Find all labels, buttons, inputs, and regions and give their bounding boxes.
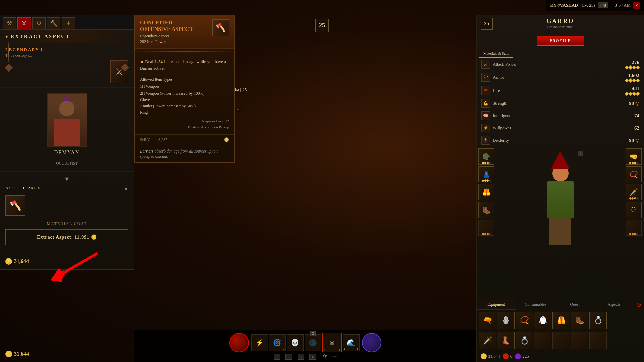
eq-grid-row1: 🔫 🪬 📿 🥼 🦺 🥾 💍 <box>477 310 644 330</box>
eq-slot-6[interactable]: 🥾 <box>571 312 588 329</box>
aspect-item-slot[interactable]: 🪓 <box>5 195 25 216</box>
extract-aspect-button[interactable]: Extract Aspect: 11,991 🪙 <box>5 229 128 245</box>
slot-boots[interactable]: 🥾 <box>478 202 494 218</box>
char-delete-button[interactable]: × <box>578 151 583 156</box>
secondary-skill-key: 1 <box>357 347 358 350</box>
map-icon[interactable]: 🗺 <box>323 354 327 359</box>
secondary-skill-icon: 🌊 <box>347 339 355 347</box>
char-legs <box>549 218 571 245</box>
eq-slot-7[interactable]: 💍 <box>589 312 607 329</box>
hotkeys-row: 1 2 3 4 🗺 ☰ <box>274 354 337 360</box>
dexterity-value: 90 <box>629 138 634 143</box>
ornament-line-r <box>125 42 125 62</box>
eq-slot-3[interactable]: 📿 <box>516 312 533 329</box>
slot-helmet[interactable]: 🪖 <box>478 148 494 165</box>
slot-weapon-main[interactable]: 🗡️ <box>626 184 642 200</box>
skill-3-icon: 💀 <box>291 339 299 347</box>
tooltip-sell-row: Sell Value: 8,287 🪙 <box>135 134 234 145</box>
item-tooltip: CONCEITED OFFENSIVE ASPECT Legendary Asp… <box>134 15 235 163</box>
tooltip-item-power: 282 Item Power <box>140 39 193 44</box>
npc-portrait <box>47 93 87 147</box>
char-hood <box>550 150 571 169</box>
dexterity-value-area: 90 ◎ <box>629 138 639 143</box>
life-icon: ❤ <box>481 86 490 95</box>
skill-slot-2[interactable]: 🌀 2 <box>269 334 286 351</box>
star-icon: ★ <box>140 59 144 64</box>
slot-offhand[interactable]: 🛡 <box>626 202 642 218</box>
attack-power-icon: ⚔ <box>481 60 490 69</box>
tab-tool-5[interactable]: ✦ <box>62 17 75 29</box>
skill-slot-1[interactable]: ⚡ <box>251 334 268 351</box>
secondary-skill-count: 1 <box>344 347 346 350</box>
down-arrow2-icon: ▼ <box>124 187 128 192</box>
ornament-line <box>8 42 9 62</box>
a-dot4 <box>636 78 640 83</box>
tooltip-item-type: Legendary Aspect <box>140 34 193 39</box>
slot-chest[interactable]: 👗 <box>478 166 494 182</box>
sell-gold-icon: 🪙 <box>224 137 229 142</box>
skill-bar: ⚡ 🌀 2 💀 🌑 Q ☠ 1 1 🌊 1 1 <box>229 333 381 352</box>
tab-materials-stats[interactable]: Materials & Stats <box>479 50 513 58</box>
eq-settings-icon[interactable]: ⊖ <box>634 300 644 310</box>
skill-slot-q[interactable]: 🌑 <box>305 334 321 351</box>
binds-label: Binds to Account on Pickup <box>140 124 229 130</box>
eq-tab-quest[interactable]: Quest <box>555 300 594 310</box>
wg4 <box>636 197 638 200</box>
eq-slot-4[interactable]: 🥼 <box>534 312 551 329</box>
eq-slot-14-empty[interactable] <box>589 332 607 349</box>
tab-tool-3[interactable]: ⚙ <box>32 17 46 29</box>
eq-slot-9[interactable]: 👢 <box>497 332 515 349</box>
eq-slot-11-empty[interactable] <box>534 332 551 349</box>
eq-slot-5[interactable]: 🦺 <box>552 312 570 329</box>
tooltip-allowed-label: Allowed Item Types: <box>140 77 229 82</box>
eq-slot-8[interactable]: 🗡️ <box>479 332 496 349</box>
aspect-preview: ▼ ASPECT PREV ▼ 🪓 <box>0 172 134 220</box>
eq-slot-13-empty[interactable] <box>571 332 588 349</box>
eq-tab-equipment[interactable]: Equipment <box>477 300 516 310</box>
stats-section: ⚔ Attack Power 276 🛡 Armor 1,602 <box>477 58 644 147</box>
close-button[interactable]: × <box>633 2 640 9</box>
eq-slot-12-empty[interactable] <box>552 332 570 349</box>
bottom-bar: ⚡ 🌀 2 💀 🌑 Q ☠ 1 1 🌊 1 1 <box>134 330 476 362</box>
aspect-preview-row: ASPECT PREV ▼ <box>5 185 128 193</box>
effect-highlight: 24% <box>154 59 163 64</box>
tooltip-header: CONCEITED OFFENSIVE ASPECT Legendary Asp… <box>135 15 234 49</box>
gem4 <box>488 162 491 164</box>
char-center: × <box>497 147 624 300</box>
skill-slot-main[interactable]: ☠ 1 1 <box>322 333 342 352</box>
hotkey-3: 3 <box>298 354 304 360</box>
rp-header: 25 GARRO Seasoned Maniac <box>477 15 644 32</box>
hotkey-2: 2 <box>285 354 292 360</box>
panel-title: EXTRACT ASPECT <box>11 34 70 39</box>
tab-tool-1[interactable]: ⚒ <box>3 17 16 29</box>
eq-slot-10[interactable]: 💍 <box>516 332 533 349</box>
rp-title-center: GARRO Seasoned Maniac <box>482 18 639 29</box>
slot-gloves[interactable]: 🤜 <box>626 148 642 165</box>
eq-tab-consumables[interactable]: Consumables <box>516 300 555 310</box>
eq-tab-aspects[interactable]: Aspects <box>594 300 634 310</box>
or4 <box>488 233 491 235</box>
main-skill-count: 1 <box>324 348 325 352</box>
chest-gems <box>482 180 491 182</box>
bottom-gold-display: 31,644 <box>5 351 29 357</box>
title-diamond: ◆ <box>5 35 8 38</box>
slot-ring2[interactable] <box>626 220 642 236</box>
tab-tool-4[interactable]: 🔨 <box>47 17 60 29</box>
slot-legs[interactable]: 🦺 <box>478 184 494 200</box>
slot-amulet[interactable]: 📿 <box>626 166 642 182</box>
gold-icon: 🪙 <box>5 258 12 265</box>
skill-slot-3[interactable]: 💀 <box>287 334 304 351</box>
slot-ring1[interactable] <box>478 220 494 236</box>
intelligence-value: 74 <box>634 113 639 119</box>
potion-res-icon <box>503 353 509 359</box>
eq-slot-1[interactable]: 🔫 <box>479 312 496 329</box>
right-ornament <box>123 42 127 76</box>
menu-icon[interactable]: ☰ <box>333 354 337 360</box>
skill-slot-secondary[interactable]: 🌊 1 1 <box>343 334 360 351</box>
tooltip-title-area: CONCEITED OFFENSIVE ASPECT Legendary Asp… <box>140 19 193 44</box>
tab-tool-2-active[interactable]: ⚔ <box>17 17 31 29</box>
profile-button[interactable]: PROFILE <box>537 36 584 46</box>
skill-2-icon: 🌀 <box>273 339 281 347</box>
eq-slot-2[interactable]: 🪬 <box>497 312 515 329</box>
tooltip-title-line1: CONCEITED <box>140 19 193 26</box>
